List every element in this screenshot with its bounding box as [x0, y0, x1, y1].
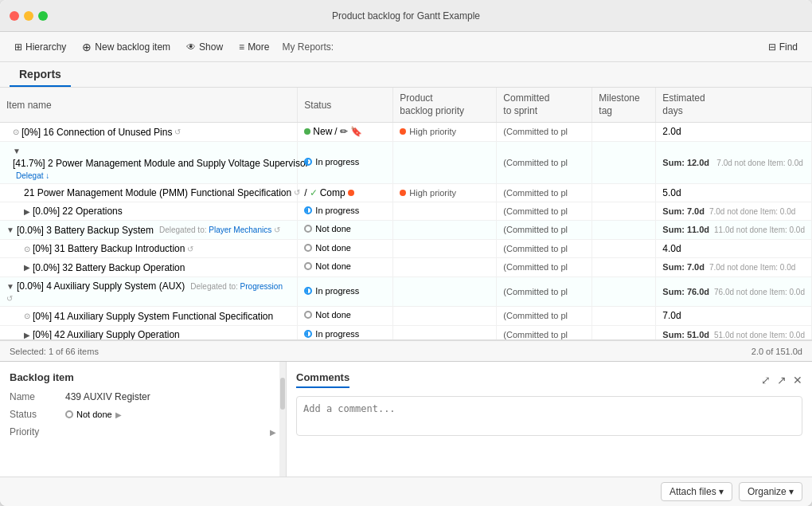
attach-files-button[interactable]: Attach files ▾: [661, 482, 732, 501]
estimated-cell: 4.0d: [656, 239, 812, 258]
estimated-cell: Sum: 51.0d51.0d not done Item: 0.0d: [656, 325, 812, 340]
bottom-panel: Backlog item Name 439 AUXIV Register Sta…: [0, 361, 812, 477]
organize-button[interactable]: Organize ▾: [739, 482, 802, 501]
estimated-cell: 7.0d: [656, 307, 812, 326]
backlog-name-value: 439 AUXIV Register: [65, 391, 276, 402]
priority-cell: [393, 239, 497, 258]
close-button[interactable]: [10, 11, 19, 21]
status-cell: In progress: [298, 277, 393, 307]
milestone-cell: [592, 221, 656, 240]
hierarchy-button[interactable]: ⊞ Hierarchy: [8, 39, 72, 55]
status-cell: In progress: [298, 202, 393, 221]
comments-panel: Comments ⤢ ↗ ✕: [287, 362, 812, 477]
expand-toggle[interactable]: ▼: [13, 147, 21, 155]
link-icon: ↺: [174, 127, 181, 136]
estimated-cell: Sum: 76.0d76.0d not done Item: 0.0d: [656, 277, 812, 307]
item-name-cell: ▶ [0.0%] 22 Operations: [0, 202, 298, 221]
expand-toggle[interactable]: ▶: [24, 263, 30, 272]
slash: /: [334, 126, 337, 137]
expand-comments-button[interactable]: ⤢: [761, 374, 771, 386]
status-cell: In progress: [298, 141, 393, 183]
comment-input[interactable]: [296, 396, 802, 436]
show-button[interactable]: 👁 Show: [180, 39, 229, 55]
minimize-button[interactable]: [24, 11, 33, 21]
estimated-cell: 2.0d: [656, 123, 812, 142]
status-cell: Not done: [298, 307, 393, 326]
estimated-cell: Sum: 11.0d11.0d not done Item: 0.0d: [656, 221, 812, 240]
filter-icon: ⊟: [768, 41, 776, 53]
status-dot: [65, 410, 73, 418]
expand-toggle[interactable]: ▶: [24, 207, 30, 216]
panel-bottom-bar: Attach files ▾ Organize ▾: [0, 477, 812, 506]
reports-tab[interactable]: Reports: [10, 62, 71, 87]
link-icon: ↺: [187, 245, 193, 253]
status-cell: Not done: [298, 221, 393, 240]
item-name-cell: ⊙ [0%] 31 Battery Backup Introduction ↺: [0, 239, 298, 258]
sprint-cell: (Committed to pl: [497, 123, 592, 142]
milestone-cell: [592, 141, 656, 183]
table-header-row: Item name Status Productbacklog priority…: [0, 88, 812, 123]
panel-bottom-right: Attach files ▾ Organize ▾: [661, 482, 802, 501]
milestone-cell: [592, 277, 656, 307]
item-name-cell: ⊙ [0%] 41 Auxiliary Supply System Functi…: [0, 307, 298, 326]
backlog-priority-field[interactable]: Priority ▶: [10, 426, 276, 437]
main-content: Item name Status Productbacklog priority…: [0, 88, 812, 506]
status-cell: New / ✏ 🔖: [298, 123, 393, 142]
col-item-name: Item name: [0, 88, 298, 123]
status-dot: [304, 330, 312, 338]
new-backlog-item-button[interactable]: ⊕ New backlog item: [76, 38, 177, 56]
sprint-cell: (Committed to pl: [497, 221, 592, 240]
external-comments-button[interactable]: ↗: [777, 374, 787, 386]
new-item-label: New backlog item: [95, 41, 170, 53]
status-dot: [304, 311, 312, 319]
col-priority: Productbacklog priority: [393, 88, 497, 123]
table-row[interactable]: ▶ [0.0%] 32 Battery Backup Operation Not…: [0, 258, 812, 277]
total-days: 2.0 of 151.0d: [751, 347, 802, 356]
priority-cell: [393, 277, 497, 307]
item-name-cell: ▼ [0.0%] 3 Battery Backup System Delegat…: [0, 221, 298, 240]
row-icon: ⊙: [24, 245, 30, 253]
backlog-panel: Backlog item Name 439 AUXIV Register Sta…: [0, 362, 287, 477]
scroll-panel[interactable]: [279, 362, 286, 477]
sprint-cell: (Committed to pl: [497, 307, 592, 326]
item-name-cell: ▼ [41.7%] 2 Power Management Module and …: [0, 141, 298, 183]
table-row[interactable]: ⊙ [0%] 16 Connection of Unused Pins ↺ Ne…: [0, 123, 812, 142]
table-row[interactable]: ▶ [0.0%] 22 Operations In progress (Comm…: [0, 202, 812, 221]
table-row[interactable]: ▼ [0.0%] 4 Auxiliary Supply System (AUX)…: [0, 277, 812, 307]
selected-count: Selected: 1 of 66 items: [10, 347, 99, 356]
eye-icon: 👁: [186, 41, 196, 53]
milestone-cell: [592, 258, 656, 277]
table-row[interactable]: ▶ [0%] 42 Auxiliary Supply Operation In …: [0, 325, 812, 340]
backlog-priority-label: Priority: [10, 426, 65, 437]
expand-toggle[interactable]: ▶: [24, 331, 30, 339]
window-controls: [10, 11, 48, 21]
more-button[interactable]: ≡ More: [232, 39, 275, 55]
close-comments-button[interactable]: ✕: [793, 374, 802, 386]
table-row[interactable]: ⊙ [0%] 31 Battery Backup Introduction ↺ …: [0, 239, 812, 258]
expand-toggle[interactable]: ▼: [6, 226, 14, 234]
table-area[interactable]: Item name Status Productbacklog priority…: [0, 88, 812, 340]
table-row[interactable]: ⊙ [0%] 41 Auxiliary Supply System Functi…: [0, 307, 812, 326]
item-name-cell: ▼ [0.0%] 4 Auxiliary Supply System (AUX)…: [0, 277, 298, 307]
col-estimated: Estimateddays: [656, 88, 812, 123]
comments-title: Comments: [296, 371, 349, 388]
find-button[interactable]: ⊟ Find: [762, 39, 804, 55]
table-row[interactable]: 21 Power Management Module (PMM) Functio…: [0, 183, 812, 202]
backlog-name-field: Name 439 AUXIV Register: [10, 391, 276, 402]
row-icon: ⊙: [13, 127, 19, 136]
col-status: Status: [298, 88, 393, 123]
priority-cell: [393, 307, 497, 326]
checkmark: ✓: [310, 187, 318, 198]
maximize-button[interactable]: [38, 11, 48, 21]
status-dot: [304, 206, 312, 214]
window-title: Product backlog for Gantt Example: [332, 10, 480, 22]
comments-header: Comments ⤢ ↗ ✕: [296, 371, 802, 388]
priority-cell: [393, 258, 497, 277]
backlog-status-field[interactable]: Status Not done ▶: [10, 409, 276, 420]
priority-cell: [393, 141, 497, 183]
table-row[interactable]: ▼ [0.0%] 3 Battery Backup System Delegat…: [0, 221, 812, 240]
table-row[interactable]: ▼ [41.7%] 2 Power Management Module and …: [0, 141, 812, 183]
expand-toggle[interactable]: ▼: [6, 282, 14, 291]
item-name-cell: 21 Power Management Module (PMM) Functio…: [0, 183, 298, 202]
row-icon: ⊙: [24, 312, 30, 320]
